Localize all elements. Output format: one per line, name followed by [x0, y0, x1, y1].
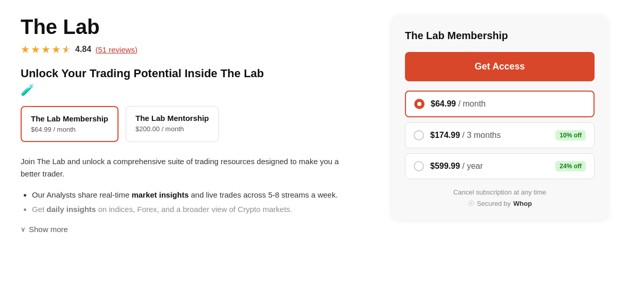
- rating-score: 4.84: [75, 45, 91, 54]
- price-quarterly: $174.99 / 3 months: [430, 131, 549, 140]
- radio-quarterly: [414, 130, 424, 140]
- page-title: The Lab: [21, 15, 361, 38]
- badge-quarterly: 10% off: [555, 130, 586, 140]
- plan-membership-price: $64.99 / month: [31, 126, 76, 133]
- secured-row: ☉ Secured by Whop: [405, 199, 595, 207]
- price-yearly-value: $599.99: [430, 162, 460, 170]
- pricing-option-yearly[interactable]: $599.99 / year 24% off: [405, 153, 595, 179]
- get-access-button[interactable]: Get Access: [405, 52, 595, 81]
- bullet-1-bold: market insights: [131, 190, 189, 199]
- star-5-half: ★ ★: [62, 43, 71, 56]
- plan-mentorship-price: $200.00 / month: [135, 125, 184, 133]
- whop-label: Whop: [513, 200, 532, 207]
- headline-icon: 🧪: [21, 83, 361, 97]
- description-text: Join The Lab and unlock a comprehensive …: [21, 155, 361, 180]
- rating-row: ★ ★ ★ ★ ★ ★ 4.84 (51 reviews): [21, 43, 361, 56]
- left-column: The Lab ★ ★ ★ ★ ★ ★ 4.84 (51 reviews) Un…: [21, 15, 361, 234]
- bullet-2-suffix: on indices, Forex, and a broader view of…: [96, 205, 292, 214]
- plan-card-membership[interactable]: The Lab Membership $64.99 / month: [21, 106, 118, 142]
- cancel-text: Cancel subscription at any time: [405, 188, 595, 196]
- secured-label: Secured by: [477, 200, 511, 207]
- membership-panel: The Lab Membership Get Access $64.99 / m…: [392, 15, 608, 220]
- show-more-label[interactable]: Show more: [29, 225, 68, 234]
- star-4: ★: [52, 43, 61, 56]
- price-monthly: $64.99 / month: [431, 99, 585, 109]
- bullet-2-prefix: Get: [32, 205, 46, 214]
- bullet-1-prefix: Our Analysts share real-time: [32, 190, 131, 199]
- panel-footer: Cancel subscription at any time ☉ Secure…: [405, 188, 595, 207]
- bullet-1: Our Analysts share real-time market insi…: [32, 188, 361, 202]
- badge-yearly: 24% off: [555, 161, 586, 171]
- page-layout: The Lab ★ ★ ★ ★ ★ ★ 4.84 (51 reviews) Un…: [21, 15, 623, 234]
- bullet-2-bold: daily insights: [46, 205, 96, 214]
- bullet-2: Get daily insights on indices, Forex, an…: [32, 203, 361, 216]
- price-quarterly-value: $174.99: [430, 131, 460, 139]
- pricing-option-quarterly[interactable]: $174.99 / 3 months 10% off: [405, 122, 595, 148]
- radio-yearly: [414, 161, 424, 171]
- plan-mentorship-name: The Lab Mentorship: [135, 114, 209, 122]
- star-3: ★: [41, 43, 50, 56]
- period-yearly: / year: [462, 162, 483, 170]
- bullet-list: Our Analysts share real-time market insi…: [21, 188, 361, 216]
- star-1: ★: [21, 43, 30, 56]
- rating-reviews-link[interactable]: (51 reviews): [95, 45, 138, 54]
- period-quarterly: / 3 months: [462, 131, 501, 139]
- pricing-options: $64.99 / month $174.99 / 3 months 10% of…: [405, 91, 595, 179]
- shield-icon: ☉: [468, 199, 474, 207]
- star-2: ★: [31, 43, 40, 56]
- star-rating: ★ ★ ★ ★ ★ ★: [21, 43, 71, 56]
- plan-membership-name: The Lab Membership: [31, 114, 108, 123]
- panel-title: The Lab Membership: [405, 30, 595, 42]
- price-monthly-value: $64.99: [431, 99, 456, 108]
- plan-card-mentorship[interactable]: The Lab Mentorship $200.00 / month: [126, 106, 219, 142]
- show-more-row[interactable]: ∨ Show more: [21, 225, 361, 234]
- right-panel: The Lab Membership Get Access $64.99 / m…: [392, 15, 608, 220]
- chevron-down-icon: ∨: [21, 225, 26, 233]
- period-monthly: / month: [458, 99, 485, 108]
- plan-cards: The Lab Membership $64.99 / month The La…: [21, 106, 361, 142]
- product-headline: Unlock Your Trading Potential Inside The…: [21, 67, 361, 80]
- radio-monthly: [414, 99, 425, 109]
- pricing-option-monthly[interactable]: $64.99 / month: [405, 91, 595, 117]
- price-yearly: $599.99 / year: [430, 162, 549, 171]
- bullet-1-suffix: and live trades across 5-8 streams a wee…: [189, 190, 337, 199]
